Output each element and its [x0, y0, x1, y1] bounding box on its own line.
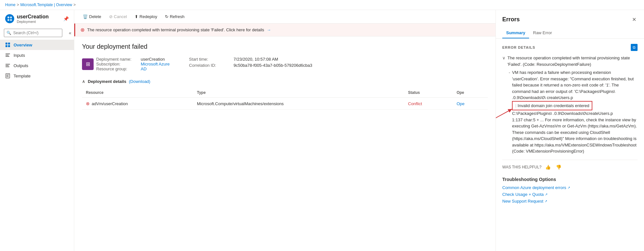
collapse-sidebar-button[interactable]: « — [66, 29, 74, 37]
sidebar-item-label: Overview — [14, 43, 32, 47]
error-panel-title: Errors — [502, 16, 520, 23]
sidebar-item-label: Template — [14, 74, 31, 78]
close-panel-button[interactable]: ✕ — [631, 15, 638, 24]
col-operation: Ope — [453, 88, 488, 98]
col-status: Status — [404, 88, 453, 98]
breadcrumb-home[interactable]: Home — [5, 3, 15, 7]
annotation-container: : Invalid domain join credentials entere… — [512, 101, 592, 111]
search-input[interactable] — [4, 29, 62, 37]
external-link-icon-2: ↗ — [545, 199, 547, 203]
helpful-section: WAS THIS HELPFUL? 👍 👎 — [502, 160, 638, 170]
new-support-request-link[interactable]: New Support Request ↗ — [502, 199, 638, 204]
start-time-label: Start time: — [189, 57, 231, 62]
sidebar-item-label: Outputs — [14, 63, 28, 68]
breadcrumb-template[interactable]: Microsoft.Template | Overview — [20, 3, 72, 7]
type-cell: Microsoft.Compute/virtualMachines/extens… — [193, 98, 404, 110]
cancel-button[interactable]: ⊘ Cancel — [106, 13, 130, 21]
main-content: Your deployment failed ⊞ Deployment name… — [74, 36, 496, 251]
troubleshoot-title: Troubleshooting Options — [502, 177, 638, 182]
svg-rect-11 — [5, 64, 10, 65]
status-badge: Conflict — [408, 101, 449, 106]
error-banner-text: The resource operation completed with te… — [87, 27, 264, 32]
overview-icon — [5, 42, 10, 47]
sidebar-item-inputs[interactable]: Inputs — [0, 50, 74, 60]
delete-button[interactable]: 🗑️ Delete — [79, 13, 105, 21]
deployment-name-value: userCreation — [141, 57, 165, 62]
svg-rect-13 — [5, 66, 9, 67]
operation-link[interactable]: Ope — [456, 101, 465, 106]
sidebar: userCreation Deployment 📌 🔍 « Overview — [0, 10, 74, 251]
tab-raw-error[interactable]: Raw Error — [529, 28, 556, 38]
redeploy-button[interactable]: ⬆ Redeploy — [131, 13, 160, 21]
svg-rect-17 — [6, 76, 9, 77]
resource-group-link[interactable]: AD — [141, 66, 147, 71]
deploy-info: ⊞ Deployment name: userCreation Subscrip… — [82, 57, 488, 71]
svg-rect-10 — [5, 56, 9, 57]
deploy-info-right: Start time: 7/23/2020, 10:57:08 AM Corre… — [189, 57, 312, 71]
svg-rect-6 — [5, 45, 7, 47]
correlation-id-value: 9c50ba78-f005-43a7-b05b-579206d6cba3 — [234, 63, 312, 68]
svg-line-18 — [496, 109, 512, 119]
subscription-link[interactable]: Microsoft Azure — [141, 62, 170, 66]
svg-rect-5 — [8, 43, 10, 45]
error-banner-link[interactable]: → — [267, 27, 271, 32]
refresh-button[interactable]: ↻ Refresh — [162, 13, 188, 21]
breadcrumb: Home > Microsoft.Template | Overview > — [0, 0, 644, 10]
svg-rect-8 — [5, 54, 10, 54]
sidebar-item-template[interactable]: Template — [0, 71, 74, 81]
sidebar-item-outputs[interactable]: Outputs — [0, 60, 74, 71]
sidebar-item-overview[interactable]: Overview — [0, 40, 74, 50]
external-link-icon-0: ↗ — [567, 186, 570, 189]
check-usage-quota-link[interactable]: Check Usage + Quota ↗ — [502, 192, 638, 197]
deployment-name-label: Deployment name: — [96, 57, 138, 62]
error-panel-header: Errors ✕ — [496, 10, 644, 24]
error-child-item: - VM has reported a failure when process… — [509, 69, 638, 155]
svg-point-1 — [10, 16, 12, 18]
svg-point-0 — [7, 16, 9, 18]
deploy-failed-title: Your deployment failed — [82, 43, 488, 50]
svg-point-2 — [7, 19, 9, 21]
sidebar-item-label: Inputs — [14, 53, 25, 58]
inputs-icon — [5, 53, 10, 58]
outputs-icon — [5, 63, 10, 68]
error-details-label: ERROR DETAILS ⧉ — [502, 44, 638, 51]
error-panel-tabs: Summary Raw Error — [496, 28, 644, 39]
svg-rect-15 — [6, 75, 9, 75]
error-child-text: VM has reported a failure when processin… — [512, 69, 638, 155]
copy-button[interactable]: ⧉ — [631, 44, 638, 51]
error-tree: ∨ The resource operation completed with … — [502, 55, 638, 155]
thumbs-down-button[interactable]: 👎 — [555, 164, 563, 170]
svg-rect-9 — [5, 55, 9, 55]
sidebar-subtitle: Deployment — [17, 20, 49, 24]
error-panel-body: ERROR DETAILS ⧉ ∨ The resource operation… — [496, 39, 644, 251]
template-icon — [5, 73, 10, 78]
error-root-text: The resource operation completed with te… — [507, 55, 638, 67]
subscription-label: Subscription: — [96, 62, 138, 66]
start-time-value: 7/23/2020, 10:57:08 AM — [234, 57, 278, 62]
external-link-icon-1: ↗ — [545, 193, 547, 196]
operation-cell[interactable]: Ope — [453, 98, 488, 110]
deployment-details-header: ∧ Deployment details (Download) — [82, 79, 488, 84]
svg-rect-7 — [8, 45, 10, 47]
deploy-info-left: ⊞ Deployment name: userCreation Subscrip… — [82, 57, 170, 71]
pin-icon[interactable]: 📌 — [63, 16, 69, 21]
expand-icon[interactable]: ∨ — [502, 55, 506, 60]
delete-icon: 🗑️ — [83, 14, 88, 19]
error-banner[interactable]: ⊗ The resource operation completed with … — [74, 24, 496, 36]
thumbs-up-button[interactable]: 👍 — [544, 164, 552, 170]
svg-rect-4 — [5, 43, 7, 45]
svg-rect-12 — [5, 65, 9, 66]
correlation-id-label: Correlation ID: — [189, 63, 231, 68]
download-link[interactable]: (Download) — [129, 79, 150, 84]
breadcrumb-sep1: > — [17, 3, 19, 7]
deployment-table: Resource Type Status Ope ⊗ adVm/userCrea… — [82, 88, 488, 110]
common-errors-link[interactable]: Common Azure deployment errors ↗ — [502, 185, 638, 190]
tab-summary[interactable]: Summary — [502, 28, 529, 38]
sidebar-navigation: Overview Inputs Outputs Template — [0, 40, 74, 251]
row-error-icon: ⊗ — [86, 101, 90, 106]
status-cell: Conflict — [404, 98, 453, 110]
error-root-item: ∨ The resource operation completed with … — [502, 55, 638, 155]
deployment-details-label: Deployment details — [88, 79, 126, 84]
details-toggle-icon[interactable]: ∧ — [82, 79, 85, 84]
deployment-icon — [5, 14, 14, 23]
